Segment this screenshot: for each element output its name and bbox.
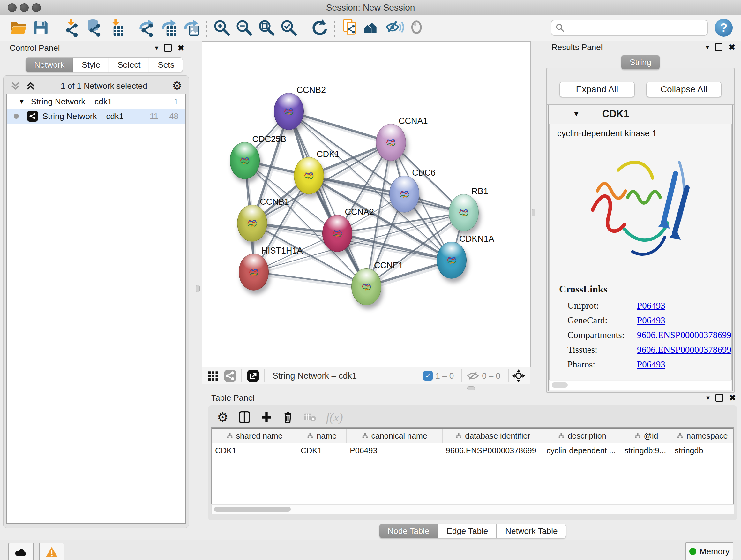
export-image-button[interactable] xyxy=(181,18,201,38)
show-all-button[interactable] xyxy=(407,18,427,38)
network-node-ccnb2[interactable] xyxy=(274,93,304,130)
add-column-icon[interactable] xyxy=(260,411,273,423)
collapse-all-button[interactable]: Collapse All xyxy=(646,82,722,97)
zoom-selected-button[interactable] xyxy=(279,18,299,38)
table-panel: Table Panel ▾ ✖ ⚙ xyxy=(204,391,741,539)
tab-select[interactable]: Select xyxy=(109,57,149,72)
zoom-out-button[interactable] xyxy=(234,18,254,38)
zoom-in-button[interactable] xyxy=(212,18,232,38)
tab-style[interactable]: Style xyxy=(73,57,109,72)
crosslink-genecard--link[interactable]: P06493 xyxy=(637,315,665,326)
search-input[interactable] xyxy=(565,23,707,33)
network-collection-row[interactable]: ▼ String Network – cdk1 1 xyxy=(7,94,185,109)
gene-entry-header[interactable]: ▼ CDK1 xyxy=(549,105,732,123)
network-node-cdk1[interactable] xyxy=(294,157,324,194)
help-button[interactable]: ? xyxy=(715,19,733,37)
table-row[interactable]: CDK1CDK1P064939606.ENSP00000378699cyclin… xyxy=(212,443,733,458)
close-table-icon[interactable]: ✖ xyxy=(729,393,736,403)
open-session-button[interactable] xyxy=(8,18,28,38)
crosslink-tissues--link[interactable]: 9606.ENSP00000378699 xyxy=(637,345,731,355)
column-header-canonical-name[interactable]: canonical name xyxy=(347,429,443,443)
import-network-database-button[interactable] xyxy=(84,18,104,38)
network-node-ccnb1[interactable] xyxy=(237,205,267,242)
right-splitter-handle[interactable] xyxy=(532,209,536,216)
crosslink-compartments--link[interactable]: 9606.ENSP00000378699 xyxy=(637,330,731,340)
show-columns-icon[interactable] xyxy=(238,411,251,424)
tab-network-table[interactable]: Network Table xyxy=(496,523,566,538)
collapse-table-icon[interactable]: ▾ xyxy=(706,394,710,402)
hidden-eye-icon[interactable] xyxy=(467,370,479,381)
float-table-icon[interactable] xyxy=(716,394,723,401)
memory-button[interactable]: Memory xyxy=(685,542,733,560)
export-table-button[interactable] xyxy=(159,18,179,38)
column-header-shared-name[interactable]: shared name xyxy=(212,429,297,443)
node-label-rb1: RB1 xyxy=(471,186,488,196)
bottom-splitter-handle[interactable] xyxy=(467,386,475,390)
tab-network[interactable]: Network xyxy=(25,57,73,72)
close-panel-icon[interactable]: ✖ xyxy=(178,43,185,53)
refresh-view-button[interactable] xyxy=(310,18,329,38)
search-box[interactable] xyxy=(551,20,708,36)
zoom-fit-button[interactable] xyxy=(257,18,276,38)
tab-string[interactable]: String xyxy=(621,55,660,70)
collection-expander-icon[interactable]: ▼ xyxy=(18,98,25,106)
home-button[interactable] xyxy=(362,18,382,38)
tab-sets[interactable]: Sets xyxy=(149,57,183,72)
export-table-icon xyxy=(159,18,178,37)
network-row-selected[interactable]: String Network – cdk1 11 48 xyxy=(7,109,185,124)
float-panel-icon[interactable] xyxy=(164,44,172,52)
network-node-ccne1[interactable] xyxy=(351,268,381,305)
export-network-button[interactable] xyxy=(137,18,156,38)
collapse-panel-icon[interactable]: ▾ xyxy=(155,44,158,52)
table-options-gear-icon[interactable]: ⚙ xyxy=(217,410,228,425)
function-builder-icon[interactable]: f(x) xyxy=(326,410,343,424)
expand-all-button[interactable]: Expand All xyxy=(559,82,635,97)
table-hscrollbar[interactable] xyxy=(211,505,734,514)
hide-unselected-button[interactable] xyxy=(385,18,405,38)
warning-status-button[interactable] xyxy=(39,543,64,560)
delete-table-icon[interactable] xyxy=(303,412,317,423)
cloud-status-button[interactable] xyxy=(8,543,34,560)
navigator-crosshair-icon[interactable] xyxy=(511,368,526,383)
network-node-cdc25b[interactable] xyxy=(230,142,260,179)
memory-status-dot-icon xyxy=(689,548,696,555)
node-label-cdk1: CDK1 xyxy=(317,149,340,159)
left-splitter-handle[interactable] xyxy=(196,285,200,293)
column-header-name[interactable]: name xyxy=(297,429,347,443)
table-cell: CDK1 xyxy=(212,443,297,457)
crosslink-uniprot--link[interactable]: P06493 xyxy=(637,300,665,311)
open-in-window-icon[interactable] xyxy=(246,369,260,382)
column-header-description[interactable]: description xyxy=(543,429,621,443)
tab-node-table[interactable]: Node Table xyxy=(379,523,438,538)
birdseye-grid-icon[interactable] xyxy=(207,369,219,382)
string-document-button[interactable] xyxy=(340,18,360,38)
crosslink-pharos--link[interactable]: P06493 xyxy=(637,359,665,370)
float-results-icon[interactable] xyxy=(715,44,723,51)
network-canvas[interactable]: CCNB2 CCNA1 CDC25B CDK1 CDC6 RB1 CCNB1 C… xyxy=(202,42,530,367)
collapse-all-tree-icon[interactable] xyxy=(25,80,36,91)
column-header-namespace[interactable]: namespace xyxy=(671,429,733,443)
import-network-file-button[interactable] xyxy=(61,18,81,38)
network-edges[interactable] xyxy=(202,42,530,367)
crosslink-row: Tissues:9606.ENSP00000378699 xyxy=(559,342,731,357)
network-options-gear-icon[interactable]: ⚙ xyxy=(172,79,182,92)
network-node-ccna2[interactable] xyxy=(322,215,352,252)
column-header--id[interactable]: @id xyxy=(621,429,672,443)
save-session-button[interactable] xyxy=(30,18,51,38)
string-share-icon[interactable] xyxy=(223,369,237,382)
gene-expander-icon[interactable]: ▼ xyxy=(573,110,580,118)
column-header-database-identifier[interactable]: database identifier xyxy=(443,429,543,443)
network-name: String Network – cdk1 xyxy=(43,111,124,121)
selected-checkbox-icon[interactable]: ✓ xyxy=(423,371,433,381)
collapse-results-icon[interactable]: ▾ xyxy=(705,43,709,51)
import-table-file-button[interactable] xyxy=(106,18,126,38)
network-node-cdc6[interactable] xyxy=(389,176,419,212)
network-node-cdkn1a[interactable] xyxy=(436,242,467,279)
tab-edge-table[interactable]: Edge Table xyxy=(438,523,497,538)
network-node-ccna1[interactable] xyxy=(376,124,406,161)
results-hscrollbar[interactable] xyxy=(550,381,731,389)
network-node-hist1h1a[interactable] xyxy=(239,253,269,291)
delete-column-icon[interactable] xyxy=(282,411,293,424)
close-results-icon[interactable]: ✖ xyxy=(728,43,735,52)
expand-all-tree-icon[interactable] xyxy=(10,80,21,91)
